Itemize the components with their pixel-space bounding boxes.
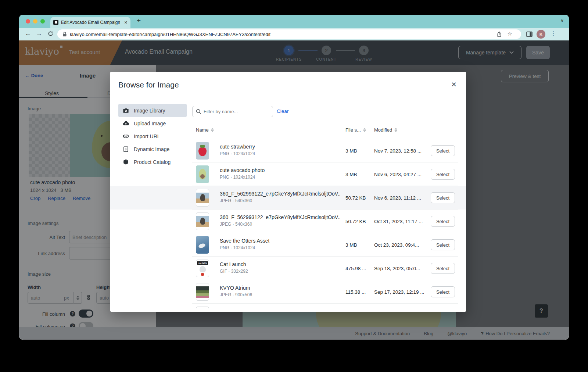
bookmark-star-icon[interactable]: ☆ xyxy=(508,31,512,37)
nav-upload-image[interactable]: Upload Image xyxy=(118,117,187,130)
table-row[interactable]: 360_F_562993122_e7pGkeY8yMfXJcRmclsoljtO… xyxy=(110,186,466,210)
file-modified: Oct 31, 2023, 11:17 ... xyxy=(374,219,423,224)
table-row[interactable]: cute avocado photo PNG · 1024x1024 3 MB … xyxy=(110,162,466,186)
minimize-window-button[interactable] xyxy=(33,19,37,24)
camera-icon xyxy=(122,107,129,114)
reload-icon[interactable] xyxy=(48,31,53,38)
browser-profile-avatar[interactable]: K xyxy=(537,30,545,39)
file-modified: Oct 23, 2023, 09:4... xyxy=(374,242,419,248)
file-meta: PNG · 1024x1024 xyxy=(220,245,255,250)
browser-tab[interactable]: Edit Avocado Email Campaign ✕ xyxy=(50,17,130,28)
select-button[interactable]: Select xyxy=(431,239,455,250)
file-modified: Nov 7, 2023, 12:58 ... xyxy=(374,148,422,154)
column-label: Modified xyxy=(374,127,392,133)
file-size: 3 MB xyxy=(345,148,357,154)
browser-tab-bar: Edit Avocado Email Campaign ✕ + ∨ xyxy=(19,15,569,28)
sort-icon xyxy=(394,128,398,132)
cat-photo-thumbnail xyxy=(196,212,209,230)
cat-launch-thumbnail: LAUNCH xyxy=(196,260,209,277)
new-tab-button[interactable]: + xyxy=(137,17,141,25)
file-size: 3 MB xyxy=(345,172,357,177)
page-content: klaviyo Test account Avocado Email Campa… xyxy=(19,40,569,340)
clear-filter-link[interactable]: Clear xyxy=(277,108,288,114)
file-size: 50.72 KB xyxy=(345,195,366,201)
file-name: KVYO Atrium xyxy=(220,285,250,291)
cloud-upload-icon xyxy=(122,120,129,127)
avocado-thumbnail xyxy=(196,165,209,183)
maximize-window-button[interactable] xyxy=(40,19,45,24)
lock-icon xyxy=(62,32,67,38)
file-meta: PNG · 1024x1024 xyxy=(220,175,255,180)
search-icon xyxy=(196,109,201,116)
strawberry-thumbnail xyxy=(196,142,209,160)
table-row-partial[interactable] xyxy=(110,304,466,311)
browse-for-image-modal: Browse for Image ✕ Image Library Upload … xyxy=(110,72,466,312)
select-button[interactable]: Select xyxy=(431,216,455,227)
file-modified: Nov 6, 2023, 11:12 ... xyxy=(374,195,421,201)
tab-favicon-icon xyxy=(53,20,58,25)
nav-label: Image Library xyxy=(134,108,165,114)
atrium-thumbnail xyxy=(196,283,209,301)
side-panel-icon[interactable] xyxy=(526,31,533,39)
sort-icon xyxy=(363,128,366,132)
launch-chip-label: LAUNCH xyxy=(197,261,208,265)
file-meta: PNG · 1024x1024 xyxy=(220,151,255,156)
table-row[interactable]: 360_F_562993122_e7pGkeY8yMfXJcRmclsoljtO… xyxy=(110,210,466,233)
traffic-lights xyxy=(26,19,45,24)
modal-title: Browse for Image xyxy=(118,81,179,89)
file-modified: Sep 17, 2023, 12:19 ... xyxy=(374,289,424,295)
column-header-modified[interactable]: Modified xyxy=(374,127,398,133)
filter-by-name-input[interactable] xyxy=(204,107,270,117)
file-name: 360_F_562993122_e7pGkeY8yMfXJcRmclsoljtO… xyxy=(220,214,341,220)
select-button[interactable]: Select xyxy=(431,169,455,180)
browser-window: Edit Avocado Email Campaign ✕ + ∨ ← → kl… xyxy=(19,15,569,340)
file-size: 115.38 ... xyxy=(345,289,366,295)
modal-divider xyxy=(118,98,458,98)
table-row[interactable]: KVYO Atrium JPEG · 900x506 115.38 ... Se… xyxy=(110,280,466,304)
select-button[interactable]: Select xyxy=(431,286,455,297)
file-modified: Nov 6, 2023, 04:27 ... xyxy=(374,172,422,177)
file-modified: Sep 18, 2023, 05:0... xyxy=(374,266,420,271)
url-address-field[interactable]: klaviyo.com/email-template-editor/campai… xyxy=(57,29,521,39)
file-meta: JPEG · 540x360 xyxy=(220,198,252,203)
nav-label: Import URL xyxy=(134,133,160,139)
close-window-button[interactable] xyxy=(26,19,30,24)
table-row[interactable]: cute strawberry PNG · 1024x1024 3 MB Nov… xyxy=(110,139,466,162)
table-row[interactable]: LAUNCH Cat Launch GIF · 332x292 475.98 .… xyxy=(110,257,466,280)
tab-close-icon[interactable]: ✕ xyxy=(124,20,128,25)
nav-label: Upload Image xyxy=(134,121,166,126)
file-name: cute strawberry xyxy=(220,144,255,150)
select-button[interactable]: Select xyxy=(431,145,455,156)
file-size: 475.98 ... xyxy=(345,266,366,271)
partial-thumbnail xyxy=(196,307,209,311)
forward-icon[interactable]: → xyxy=(36,30,42,37)
sort-icon xyxy=(211,128,214,132)
file-meta: JPEG · 540x360 xyxy=(220,222,252,227)
tab-title: Edit Avocado Email Campaign xyxy=(61,20,120,25)
column-label: Name xyxy=(196,127,209,133)
filter-input-wrap xyxy=(192,106,273,117)
select-button[interactable]: Select xyxy=(431,192,455,203)
file-meta: JPEG · 900x506 xyxy=(220,292,252,297)
file-size: 3 MB xyxy=(345,242,357,248)
table-row[interactable]: Save the Otters Asset PNG · 1024x1024 3 … xyxy=(110,233,466,257)
browser-url-bar: ← → klaviyo.com/email-template-editor/ca… xyxy=(19,28,569,40)
file-name: Save the Otters Asset xyxy=(220,238,269,244)
column-header-name[interactable]: Name xyxy=(196,127,214,133)
share-icon[interactable] xyxy=(496,31,502,39)
back-icon[interactable]: ← xyxy=(25,30,31,37)
column-label: File s... xyxy=(345,127,361,133)
cat-photo-thumbnail xyxy=(196,189,209,207)
file-size: 50.72 KB xyxy=(345,219,366,224)
file-name: Cat Launch xyxy=(220,261,246,267)
file-meta: GIF · 332x292 xyxy=(220,269,248,274)
column-header-file-size[interactable]: File s... xyxy=(345,127,366,133)
modal-close-icon[interactable]: ✕ xyxy=(449,80,459,89)
tab-search-chevron-icon[interactable]: ∨ xyxy=(560,18,564,23)
file-name: 360_F_562993122_e7pGkeY8yMfXJcRmclsoljtO… xyxy=(220,191,341,197)
url-text: klaviyo.com/email-template-editor/campai… xyxy=(70,32,270,37)
nav-image-library[interactable]: Image Library xyxy=(118,104,187,117)
otters-thumbnail xyxy=(196,236,209,254)
browser-menu-icon[interactable]: ⋮ xyxy=(551,30,556,37)
select-button[interactable]: Select xyxy=(431,263,455,274)
